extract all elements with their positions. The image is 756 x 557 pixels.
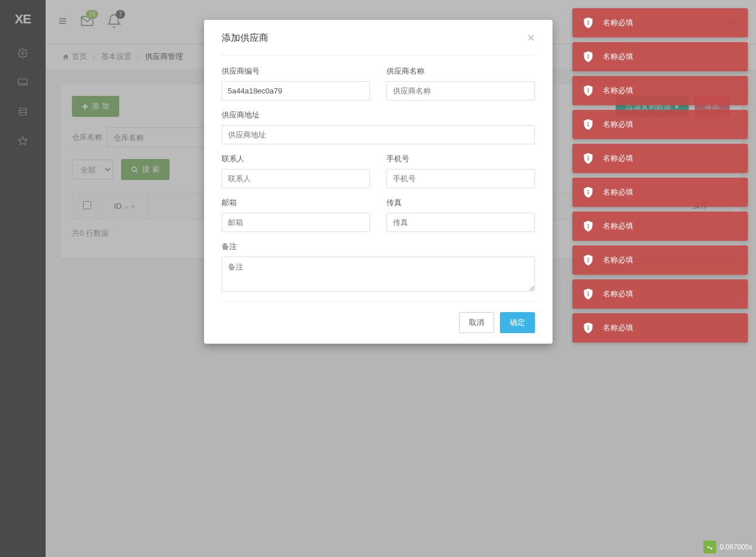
shield-alert-icon <box>582 16 595 29</box>
perf-indicator: 0.087005s <box>703 541 752 553</box>
supplier-name-label: 供应商名称 <box>386 66 535 77</box>
svg-rect-16 <box>588 56 588 59</box>
shield-alert-icon <box>582 288 595 300</box>
toast-error[interactable]: 名称必填 <box>572 42 748 71</box>
svg-point-25 <box>588 224 589 225</box>
cancel-button[interactable]: 取消 <box>459 312 494 333</box>
toast-error[interactable]: 名称必填 <box>572 8 748 37</box>
email-input[interactable] <box>222 213 370 232</box>
toast-error[interactable]: 名称必填 <box>572 178 748 207</box>
confirm-button[interactable]: 确定 <box>500 312 535 333</box>
remark-textarea[interactable] <box>222 257 535 292</box>
remark-label: 备注 <box>222 241 535 252</box>
shield-alert-icon <box>582 50 595 63</box>
shield-alert-icon <box>582 84 595 97</box>
svg-point-19 <box>588 122 589 123</box>
shield-alert-icon <box>582 321 595 334</box>
toast-error[interactable]: 名称必填 <box>572 76 748 105</box>
supplier-code-label: 供应商编号 <box>222 66 370 77</box>
shield-alert-icon <box>582 254 595 267</box>
svg-rect-28 <box>588 260 588 262</box>
toast-error[interactable]: 名称必填 <box>572 144 748 173</box>
contact-label: 联系人 <box>222 154 370 164</box>
perf-icon <box>703 541 716 553</box>
svg-point-13 <box>588 20 589 22</box>
shield-alert-icon <box>582 220 595 233</box>
svg-rect-26 <box>588 226 588 229</box>
supplier-addr-input[interactable] <box>222 125 535 144</box>
svg-rect-24 <box>588 192 588 195</box>
supplier-addr-label: 供应商地址 <box>222 110 535 120</box>
shield-alert-icon <box>582 186 595 199</box>
svg-point-27 <box>588 258 589 259</box>
phone-input[interactable] <box>386 169 535 188</box>
toast-stack: 名称必填 名称必填 名称必填 名称必填 名称必填 名称必填 名称必填 名称必填 … <box>572 8 748 342</box>
svg-point-31 <box>588 326 589 327</box>
close-icon[interactable]: × <box>527 32 535 44</box>
toast-error[interactable]: 名称必填 <box>572 313 748 342</box>
toast-error[interactable]: 名称必填 <box>572 245 748 275</box>
supplier-name-input[interactable] <box>386 81 535 101</box>
shield-alert-icon <box>582 152 595 165</box>
fax-label: 传真 <box>386 198 535 208</box>
svg-rect-14 <box>588 22 588 25</box>
shield-alert-icon <box>582 118 595 131</box>
svg-rect-30 <box>588 293 588 296</box>
toast-error[interactable]: 名称必填 <box>572 279 748 309</box>
svg-point-15 <box>588 54 589 56</box>
modal-title: 添加供应商 <box>222 32 268 44</box>
fax-input[interactable] <box>386 213 535 232</box>
svg-point-17 <box>588 88 589 89</box>
email-label: 邮箱 <box>222 198 370 208</box>
svg-point-29 <box>588 292 589 293</box>
contact-input[interactable] <box>222 169 370 188</box>
add-supplier-modal: 添加供应商 × 供应商编号 供应商名称 供应商地址 <box>204 20 553 344</box>
svg-rect-18 <box>588 90 588 93</box>
svg-point-23 <box>588 190 589 191</box>
svg-rect-22 <box>588 158 588 161</box>
supplier-code-input[interactable] <box>222 81 370 101</box>
toast-error[interactable]: 名称必填 <box>572 110 748 139</box>
phone-label: 手机号 <box>386 154 535 164</box>
svg-point-21 <box>588 156 589 157</box>
toast-error[interactable]: 名称必填 <box>572 212 748 241</box>
svg-rect-20 <box>588 124 588 127</box>
svg-rect-32 <box>588 327 588 330</box>
